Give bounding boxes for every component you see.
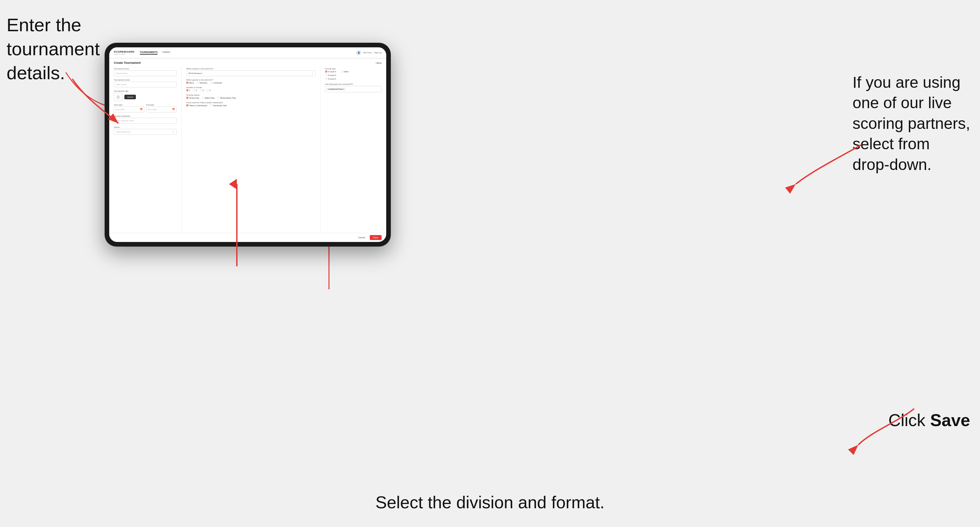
- gender-mens[interactable]: Mens: [186, 81, 194, 84]
- format-6count4-radio[interactable]: [325, 74, 327, 76]
- rounds-4[interactable]: 4: [206, 89, 210, 91]
- format-type-label: Format type: [325, 68, 382, 70]
- event-type-radio-group: Teams (+Individuals) Individuals Only: [186, 104, 315, 106]
- event-type-group: Is this event for Teams and/or Individua…: [186, 102, 315, 106]
- gender-mens-label: Mens: [189, 82, 194, 84]
- gender-label: Which gender is the event for?: [186, 79, 315, 81]
- nav-link-teams[interactable]: TEAMS: [162, 51, 170, 55]
- format-options-group: 5 count 4 Other 6 count 4: [325, 70, 382, 80]
- gender-combined-radio[interactable]: [210, 81, 212, 84]
- scoring-match-label: Match Play: [205, 97, 215, 99]
- cancel-button[interactable]: Cancel: [355, 235, 368, 240]
- division-label: Which division is the event for?: [186, 68, 315, 70]
- rounds-3-radio[interactable]: [200, 89, 202, 91]
- live-scoring-label: Use third-party live scoring API?: [325, 83, 382, 85]
- venue-input[interactable]: Search golf club ▼: [114, 129, 177, 135]
- format-6count5-radio[interactable]: [325, 78, 327, 80]
- start-date-placeholder: Pick a date: [116, 108, 124, 111]
- format-other-radio[interactable]: [341, 70, 343, 73]
- format-6count5[interactable]: 6 count 5: [325, 78, 382, 80]
- scoring-radio-group: Stroke Play Match Play Medal Match Play: [186, 97, 315, 99]
- gender-combined[interactable]: Combined: [210, 81, 222, 84]
- gender-mens-radio[interactable]: [186, 81, 188, 84]
- page-title: Create Tournament: [114, 61, 141, 64]
- form-area: Tournament Host Search team Tournament n…: [109, 66, 386, 233]
- rounds-4-radio[interactable]: [206, 89, 208, 91]
- nav-right: 👤 Test User | Sign out: [356, 50, 382, 55]
- form-middle: Which division is the event for? NCAA Di…: [181, 66, 320, 233]
- tournament-host-input[interactable]: Search team: [114, 70, 177, 76]
- rounds-1-radio[interactable]: [186, 89, 188, 91]
- rounds-1[interactable]: 1: [186, 89, 190, 91]
- format-5count4-radio[interactable]: [325, 70, 327, 73]
- scoring-stroke-radio[interactable]: [186, 97, 188, 99]
- scoring-medal-radio[interactable]: [217, 97, 220, 99]
- rounds-3[interactable]: 3: [200, 89, 204, 91]
- event-type-individuals-label: Individuals Only: [213, 105, 227, 106]
- scoring-label: Scoring system: [186, 94, 315, 96]
- end-date-group: End date Pick a date 📅: [146, 104, 177, 113]
- form-right: Format type 5 count 4 Other: [320, 66, 386, 233]
- save-button[interactable]: Save: [370, 235, 382, 240]
- format-row-1: 5 count 4 Other: [325, 70, 382, 73]
- rounds-2[interactable]: 2: [193, 89, 197, 91]
- gender-womens-label: Womens: [200, 82, 208, 84]
- sponsor-label: Sponsor (optional): [114, 115, 177, 117]
- gender-combined-label: Combined: [213, 82, 222, 84]
- scoring-stroke[interactable]: Stroke Play: [186, 97, 199, 99]
- live-scoring-clear-icon[interactable]: ×: [343, 88, 344, 90]
- upload-button[interactable]: Upload: [124, 95, 136, 99]
- event-type-teams-radio[interactable]: [186, 104, 188, 106]
- tournament-name-group: Tournament name Enter name: [114, 79, 177, 87]
- nav-bar: SCOREBOARD Powered by Clippd TOURNAMENTS…: [109, 48, 386, 59]
- tournament-logo-group: Tournament logo 🖼 Upload: [114, 90, 177, 101]
- scoring-medal[interactable]: Medal Match Play: [217, 97, 236, 99]
- logo-placeholder: 🖼: [114, 93, 123, 101]
- tablet-frame: SCOREBOARD Powered by Clippd TOURNAMENTS…: [105, 43, 391, 246]
- nav-logo-sub: Powered by Clippd: [114, 53, 135, 55]
- format-5count4[interactable]: 5 count 4: [325, 70, 336, 73]
- nav-link-tournaments[interactable]: TOURNAMENTS: [140, 51, 158, 55]
- end-date-input[interactable]: Pick a date 📅: [146, 106, 177, 113]
- rounds-2-label: 2: [196, 89, 197, 91]
- start-date-input[interactable]: Pick a date 📅: [114, 106, 145, 113]
- format-other[interactable]: Other: [341, 70, 349, 73]
- scoring-group: Scoring system Stroke Play Match Play: [186, 94, 315, 99]
- sponsor-placeholder: Enter sponsor name: [116, 120, 134, 122]
- back-link[interactable]: ‹ Back: [375, 62, 382, 64]
- tournament-name-input[interactable]: Enter name: [114, 81, 177, 87]
- gender-womens-radio[interactable]: [197, 81, 199, 84]
- nav-user-text: Test User |: [363, 52, 372, 54]
- calendar-icon: 📅: [140, 108, 143, 111]
- gender-group: Which gender is the event for? Mens Wome…: [186, 79, 315, 84]
- gender-womens[interactable]: Womens: [197, 81, 208, 84]
- scoring-match-radio[interactable]: [202, 97, 204, 99]
- sponsor-input[interactable]: Enter sponsor name: [114, 118, 177, 124]
- format-5count4-label: 5 count 4: [328, 71, 336, 73]
- tournament-host-placeholder: Search team: [116, 72, 127, 74]
- event-type-label: Is this event for Teams and/or Individua…: [186, 102, 315, 103]
- tablet-screen: SCOREBOARD Powered by Clippd TOURNAMENTS…: [109, 48, 386, 242]
- venue-group: Venue Search golf club ▼: [114, 126, 177, 135]
- nav-signout[interactable]: Sign out: [374, 52, 382, 54]
- format-6count5-label: 6 count 5: [328, 78, 336, 80]
- live-scoring-value: Leaderboard King: [328, 88, 342, 90]
- event-type-individuals-radio[interactable]: [210, 104, 212, 106]
- scoring-match[interactable]: Match Play: [202, 97, 215, 99]
- form-left: Tournament Host Search team Tournament n…: [109, 66, 181, 233]
- end-date-label: End date: [146, 104, 177, 106]
- nav-links: TOURNAMENTS TEAMS: [140, 51, 356, 55]
- rounds-group: Number of rounds 1 2 3: [186, 86, 315, 91]
- event-type-individuals[interactable]: Individuals Only: [210, 104, 227, 106]
- rounds-radio-group: 1 2 3 4: [186, 89, 315, 91]
- tournament-host-label: Tournament Host: [114, 68, 177, 70]
- format-6count4[interactable]: 6 count 4: [325, 74, 382, 76]
- form-footer: Cancel Save: [109, 233, 386, 242]
- venue-label: Venue: [114, 126, 177, 128]
- venue-chevron-icon: ▼: [173, 131, 174, 133]
- live-scoring-input[interactable]: Leaderboard King ×: [325, 86, 382, 92]
- division-input[interactable]: NCAA Division I ▼: [186, 70, 315, 76]
- rounds-2-radio[interactable]: [193, 89, 195, 91]
- event-type-teams[interactable]: Teams (+Individuals): [186, 104, 207, 106]
- date-row: Start date Pick a date 📅 End date Pick a…: [114, 104, 177, 113]
